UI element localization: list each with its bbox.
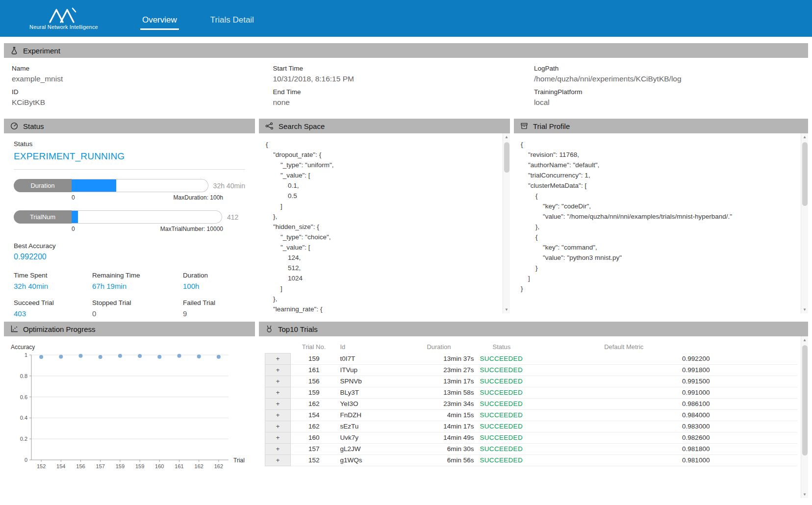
scroll-thumb[interactable]: [802, 142, 808, 206]
trial-status-cell: SUCCEEDED: [477, 432, 595, 443]
trial-profile-scrollbar[interactable]: ▲ ▼: [801, 133, 808, 313]
status-panel-body: Status EXPERIMENT_RUNNING Duration 32h 4…: [4, 133, 255, 318]
experiment-name-field: Name example_mnist: [12, 65, 273, 83]
optimization-chart: 00.20.40.60.8115215415615715915916016116…: [7, 343, 254, 480]
trial-id-cell: sEzTu: [337, 421, 411, 432]
trial-status-cell: SUCCEEDED: [477, 364, 595, 376]
svg-text:162: 162: [214, 463, 223, 469]
experiment-id-field: ID KCiBytKB: [12, 88, 273, 107]
top-trials-body: +159t0I7T13min 37sSUCCEEDED0.992200+161I…: [265, 353, 798, 466]
duration-bar-fill: [72, 179, 116, 192]
stat-value: 32h 40min: [14, 282, 92, 290]
start-time-field: Start Time 10/31/2018, 8:16:15 PM: [273, 65, 533, 83]
svg-text:156: 156: [76, 463, 85, 469]
search-space-scrollbar[interactable]: ▲ ▼: [503, 133, 510, 313]
scroll-thumb[interactable]: [802, 345, 808, 455]
stat-label: Failed Trial: [183, 299, 245, 306]
nni-logo: Neural Network Intelligence: [29, 7, 98, 30]
flask-icon: [10, 47, 18, 54]
field-value: 10/31/2018, 8:16:15 PM: [273, 75, 533, 83]
trial-no-cell: 156: [291, 376, 337, 387]
expand-trial-button[interactable]: +: [265, 421, 291, 432]
svg-text:154: 154: [56, 463, 65, 469]
status-column-header: Status: [477, 339, 595, 353]
stat-value: 9: [183, 309, 245, 318]
trialnum-bar-label: TrialNum: [14, 210, 72, 224]
table-header-row: Trial No. Id Duration Status Default Met…: [265, 339, 798, 353]
trialnum-bar-fill: [72, 211, 78, 223]
expand-trial-button[interactable]: +: [265, 364, 291, 376]
scroll-up-arrow[interactable]: ▲: [503, 133, 510, 141]
expand-trial-button[interactable]: +: [265, 387, 291, 398]
expand-trial-button[interactable]: +: [265, 443, 291, 454]
expand-trial-button[interactable]: +: [265, 409, 291, 421]
search-space-panel-header: Search Space: [259, 119, 510, 133]
trial-id-cell: t0I7T: [337, 353, 411, 364]
expand-trial-button[interactable]: +: [265, 454, 291, 466]
experiment-panel: Experiment Name example_mnist ID KCiBytK…: [4, 43, 808, 115]
stat-succeed-trial: Succeed Trial 403: [14, 299, 92, 318]
field-value: /home/quzha/nni/experiments/KCiBytKB/log: [534, 75, 808, 83]
trial-no-cell: 162: [291, 421, 337, 432]
training-platform-field: TrainingPlatform local: [534, 88, 808, 107]
trial-metric-cell: 0.991500: [595, 376, 798, 387]
scatter-chart-icon: [10, 325, 18, 333]
duration-column-header: Duration: [411, 339, 477, 353]
field-value: KCiBytKB: [12, 98, 273, 107]
trial-status-cell: SUCCEEDED: [477, 376, 595, 387]
trial-duration-cell: 13min 17s: [411, 376, 477, 387]
tab-overview[interactable]: Overview: [140, 13, 179, 30]
field-value: example_mnist: [12, 75, 273, 83]
best-accuracy-label: Best Accuracy: [14, 242, 245, 250]
trial-profile-body: { "revision": 11768, "authorName": "defa…: [514, 133, 808, 313]
search-space-panel-title: Search Space: [279, 122, 325, 130]
trial-status-cell: SUCCEEDED: [477, 454, 595, 466]
tab-trials-detail[interactable]: Trials Detail: [208, 13, 256, 30]
experiment-panel-header: Experiment: [4, 43, 808, 58]
trial-metric-cell: 0.981800: [595, 443, 798, 454]
trial-no-cell: 162: [291, 398, 337, 409]
trial-metric-cell: 0.981000: [595, 454, 798, 466]
trial-row: +162YeI3O23min 34sSUCCEEDED0.986100: [265, 398, 798, 409]
svg-text:0: 0: [25, 457, 27, 463]
trial-id-cell: BLy3T: [337, 387, 411, 398]
scroll-down-arrow[interactable]: ▼: [801, 306, 808, 313]
scroll-up-arrow[interactable]: ▲: [801, 336, 808, 344]
expand-trial-button[interactable]: +: [265, 376, 291, 387]
trial-duration-cell: 23min 27s: [411, 364, 477, 376]
trial-metric-cell: 0.991000: [595, 387, 798, 398]
logpath-field: LogPath /home/quzha/nni/experiments/KCiB…: [534, 65, 808, 83]
svg-text:0.8: 0.8: [20, 373, 27, 379]
svg-text:159: 159: [116, 463, 125, 469]
trial-duration-cell: 6min 56s: [411, 454, 477, 466]
trial-no-cell: 157: [291, 443, 337, 454]
experiment-panel-title: Experiment: [23, 47, 60, 55]
trial-no-column-header: Trial No.: [291, 339, 337, 353]
svg-text:159: 159: [135, 463, 144, 469]
status-panel-header: Status: [4, 119, 255, 133]
trial-row: +160Uvk7y14min 49sSUCCEEDED0.982600: [265, 432, 798, 443]
field-label: End Time: [273, 88, 533, 96]
duration-progress-bar: Duration 32h 40min: [14, 179, 245, 192]
trial-no-cell: 160: [291, 432, 337, 443]
scroll-down-arrow[interactable]: ▼: [503, 306, 510, 313]
scroll-down-arrow[interactable]: ▼: [801, 491, 808, 498]
svg-text:0.2: 0.2: [20, 436, 27, 442]
duration-bar-label: Duration: [14, 179, 72, 192]
scroll-thumb[interactable]: [504, 142, 509, 173]
expand-trial-button[interactable]: +: [265, 432, 291, 443]
stat-label: Remaining Time: [92, 272, 183, 279]
duration-min: 0: [72, 194, 75, 201]
trial-profile-panel-header: Trial Profile: [514, 119, 808, 133]
trial-duration-cell: 4min 15s: [411, 409, 477, 421]
trialnum-max: MaxTrialNumber: 10000: [160, 226, 223, 232]
top-trials-scrollbar[interactable]: ▲ ▼: [801, 336, 808, 498]
trial-id-cell: SPNVb: [337, 376, 411, 387]
expand-trial-button[interactable]: +: [265, 398, 291, 409]
scroll-up-arrow[interactable]: ▲: [801, 133, 808, 141]
nav-tabs: Overview Trials Detail: [140, 7, 256, 30]
expand-trial-button[interactable]: +: [265, 353, 291, 364]
duration-bar-track: [72, 179, 208, 192]
trial-no-cell: 161: [291, 364, 337, 376]
logo-subtitle: Neural Network Intelligence: [29, 24, 98, 30]
